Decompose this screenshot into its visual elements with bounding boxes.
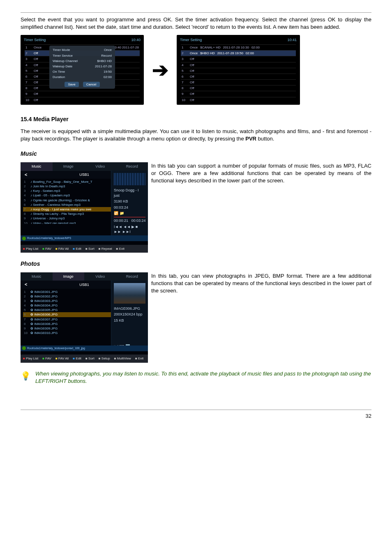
- tv-right-clock: 10:41: [287, 37, 297, 43]
- intro-paragraph: Select the event that you want to progra…: [21, 16, 371, 31]
- tab-video[interactable]: Video: [84, 162, 116, 171]
- music-side-panel: Snoop Dogg - I just 3190 KB 00:03:24 🔁 📁…: [111, 170, 148, 241]
- photo-thumbnail: [114, 283, 145, 304]
- func-key-multiview[interactable]: MultiView: [114, 356, 131, 361]
- tip-callout: When viewing photographs, you may listen…: [21, 370, 371, 385]
- timer-row[interactable]: 6Off: [181, 74, 296, 79]
- popup-field[interactable]: Wakeup Channel$HBO HD: [53, 58, 112, 64]
- device-label: USB1: [79, 172, 89, 177]
- arrow-right-icon: ➔: [152, 56, 168, 84]
- func-key-fav[interactable]: FAV: [42, 356, 51, 361]
- timer-row[interactable]: 5Off: [181, 68, 296, 74]
- func-key-fav-all[interactable]: FAV All: [55, 356, 69, 361]
- func-key-setup[interactable]: Setup: [99, 356, 110, 361]
- repeat-folder-icon: 🔁 📁: [114, 211, 145, 216]
- tab-record[interactable]: Record: [116, 272, 148, 281]
- tv-left-clock: 10:40: [131, 37, 141, 43]
- timer-row[interactable]: 2Once$HBO HD2011-07-28 19:5002:00: [181, 50, 296, 56]
- popup-field[interactable]: Wakeup Date2011-07-28: [53, 64, 112, 69]
- tab-image[interactable]: Image: [53, 162, 85, 171]
- path-bar: Root/uda1/materialy_testowe/MP3: [21, 235, 148, 241]
- photos-player-screenshot: MusicImageVideoRecord < USB1 > 1✿ IMAGE0…: [21, 272, 148, 363]
- music-player-screenshot: MusicImageVideoRecord < USB1 > 1♪ Bowlin…: [21, 162, 148, 253]
- timer-row[interactable]: 10Off: [181, 97, 296, 103]
- page-number: 32: [21, 412, 371, 420]
- subsection-photos: Photos: [21, 260, 371, 268]
- lightbulb-icon: [21, 370, 31, 381]
- tab-music[interactable]: Music: [21, 272, 53, 281]
- device-label: USB1: [79, 282, 89, 288]
- media-player-paragraph: The receiver is equipped with a simple m…: [21, 128, 371, 143]
- func-key-exit[interactable]: Exit: [116, 246, 125, 251]
- cancel-button[interactable]: Cancel: [83, 82, 100, 87]
- tab-record[interactable]: Record: [116, 162, 148, 171]
- tab-video[interactable]: Video: [84, 272, 116, 281]
- popup-field[interactable]: Timer ModeOnce: [53, 47, 112, 53]
- func-key-sort[interactable]: Sort: [85, 246, 95, 251]
- func-key-edit[interactable]: Edit: [73, 246, 81, 251]
- subsection-music: Music: [21, 150, 371, 158]
- timer-screenshot-right: Timer Setting 10:41 1Once$CANAL+ HD2011-…: [177, 35, 300, 105]
- tip-text: When viewing photographs, you may listen…: [35, 370, 371, 385]
- popup-field[interactable]: Duration02:00: [53, 74, 112, 80]
- photos-side-panel: IMAGE006.JPG 200X150X24 bpp 15 KB ■USB: [111, 281, 148, 351]
- timer-row[interactable]: 8Off: [181, 85, 296, 91]
- func-key-sort[interactable]: Sort: [85, 356, 95, 361]
- timer-figure-row: Timer Setting 10:40 1Once10:40 2011-07-2…: [21, 35, 371, 105]
- func-key-fav-all[interactable]: FAV All: [55, 246, 69, 251]
- timer-row[interactable]: 9Off: [181, 91, 296, 97]
- timer-row[interactable]: 10Off: [25, 97, 140, 103]
- func-key-fav[interactable]: FAV: [42, 246, 51, 251]
- popup-field[interactable]: On Time19:50: [53, 69, 112, 74]
- timer-screenshot-left: Timer Setting 10:40 1Once10:40 2011-07-2…: [21, 35, 144, 105]
- nav-left-icon[interactable]: <: [25, 172, 27, 178]
- func-key-repeat[interactable]: Repeat: [99, 246, 112, 251]
- music-paragraph: In this tab you can support a number of …: [151, 162, 371, 185]
- tab-image[interactable]: Image: [53, 272, 85, 281]
- timer-row[interactable]: 7Off: [181, 79, 296, 85]
- func-key-play-list[interactable]: Play List: [23, 246, 38, 251]
- timer-edit-popup: Timer ModeOnceTimer ServiceRecordWakeup …: [49, 46, 115, 88]
- tv-left-title: Timer Setting: [24, 37, 46, 43]
- timer-row[interactable]: 9Off: [25, 91, 140, 97]
- tab-music[interactable]: Music: [21, 162, 53, 171]
- nav-left-icon[interactable]: <: [25, 281, 27, 288]
- photos-paragraph: In this tab, you can view photographs in…: [151, 272, 371, 295]
- save-button[interactable]: Save: [65, 82, 78, 87]
- timer-row[interactable]: 4Off: [181, 62, 296, 68]
- timer-row[interactable]: 1Once$CANAL+ HD2011-07-28 10:3002:00: [181, 44, 296, 50]
- func-key-exit[interactable]: Exit: [135, 356, 143, 361]
- func-key-play-list[interactable]: Play List: [23, 356, 38, 361]
- visualizer-icon: [114, 173, 145, 185]
- func-key-edit[interactable]: Edit: [73, 356, 81, 361]
- path-bar: Root/uda1/materialy_testowe/ponad_100_jp…: [21, 345, 148, 351]
- timer-row[interactable]: 3Off: [181, 56, 296, 62]
- transport-controls-icon[interactable]: I◄◄ ◄◄ ▶ ■ ►► ►►I: [114, 224, 145, 235]
- tv-right-title: Timer Setting: [180, 37, 202, 43]
- popup-field[interactable]: Timer ServiceRecord: [53, 53, 112, 58]
- section-media-player: 15.4 Media Player: [21, 115, 371, 124]
